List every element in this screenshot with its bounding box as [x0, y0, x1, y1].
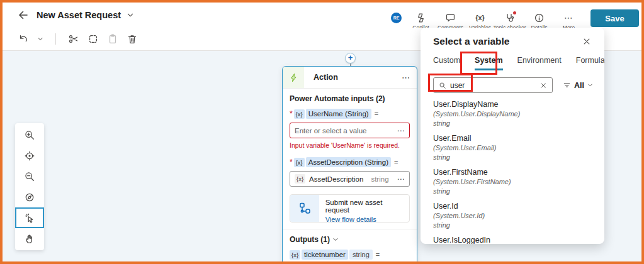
outputs-header-label: Outputs (1)	[290, 235, 330, 244]
variable-token-icon: {x}	[294, 158, 305, 167]
zoom-out-button[interactable]	[15, 166, 44, 187]
app-frame: New Asset Request RE Copilot Comments {x…	[0, 0, 644, 264]
username-placeholder: Enter or select a value	[295, 127, 393, 135]
clear-search-icon[interactable]	[539, 82, 547, 89]
filter-label: All	[574, 81, 584, 90]
username-variable-row: * {x} UserName (String) =	[290, 109, 410, 119]
hand-pan-icon	[24, 233, 35, 245]
tab-custom[interactable]: Custom	[433, 56, 460, 70]
variable-type: string	[433, 221, 593, 229]
topic-title: New Asset Request	[37, 10, 121, 20]
panel-header: Select a variable	[433, 35, 593, 48]
filter-dropdown[interactable]: All	[563, 81, 593, 90]
cut-button[interactable]	[68, 33, 79, 45]
variable-results-list: User.DisplayName (System.User.DisplayNam…	[433, 94, 593, 244]
pan-tool-button[interactable]	[15, 228, 44, 249]
inputs-section-header: Power Automate inputs (2)	[290, 94, 410, 103]
back-button[interactable]	[16, 9, 29, 21]
delete-button[interactable]	[127, 33, 138, 45]
variable-name: User.Id	[433, 202, 593, 211]
username-value-input[interactable]: Enter or select a value ⋯	[290, 123, 410, 138]
username-options-button[interactable]: ⋯	[397, 126, 405, 135]
undo-dropdown[interactable]	[37, 36, 43, 42]
undo-button[interactable]	[18, 33, 29, 45]
variable-name: User.Email	[433, 134, 593, 143]
action-card-header: Action ⋯	[283, 67, 417, 88]
zoom-in-icon	[24, 129, 35, 141]
canvas-tool-rail	[15, 123, 44, 250]
variable-token-icon: {x}	[294, 109, 305, 119]
notification-dot	[513, 11, 516, 14]
target-icon	[24, 150, 35, 162]
assetdesc-variable-label[interactable]: AssetDescription (String)	[306, 157, 391, 167]
assetdesc-options-button[interactable]: ⋯	[397, 175, 405, 184]
copy-button[interactable]	[88, 33, 99, 45]
tab-system[interactable]: System	[475, 56, 502, 70]
cut-scissors-icon	[68, 33, 79, 45]
action-icon-cell	[283, 67, 304, 88]
variable-type: string	[433, 153, 593, 162]
variable-result-item[interactable]: User.IsLoggedIn	[433, 229, 593, 244]
variable-result-item[interactable]: User.FirstName (System.User.FirstName) s…	[433, 162, 593, 195]
flow-icon-cell	[290, 195, 319, 222]
output-variable-row: {x} ticketnumber string =	[290, 250, 410, 260]
compass-icon	[24, 192, 35, 203]
view-flow-details-link[interactable]: View flow details	[325, 216, 403, 223]
variable-type: string	[433, 187, 593, 195]
copilot-icon	[415, 13, 426, 23]
tab-formula[interactable]: Formula	[576, 56, 604, 70]
panel-search-row: user All	[433, 77, 593, 93]
required-marker: *	[290, 109, 293, 118]
title-dropdown[interactable]	[127, 11, 134, 19]
output-variable-label[interactable]: ticketnumber	[302, 250, 348, 260]
fit-view-button[interactable]	[15, 145, 44, 166]
select-tool-button[interactable]	[15, 207, 44, 228]
workflow-icon	[298, 202, 311, 215]
variables-icon: {x}	[475, 12, 485, 23]
undo-icon	[18, 33, 29, 45]
close-icon	[582, 37, 591, 46]
search-value: user	[450, 81, 536, 90]
variable-token-icon: {x}	[290, 250, 300, 260]
variable-path: (System.User.FirstName)	[433, 178, 593, 186]
reset-view-button[interactable]	[15, 187, 44, 207]
equals-sign: =	[375, 110, 378, 118]
panel-title: Select a variable	[433, 36, 510, 47]
action-card-title: Action	[314, 73, 338, 82]
chevron-down-icon	[37, 36, 43, 42]
username-error-text: Input variable 'UserName' is required.	[290, 141, 410, 149]
variable-name: User.FirstName	[433, 168, 593, 177]
save-button[interactable]: Save	[590, 9, 639, 27]
outputs-divider	[283, 229, 417, 229]
assetdesc-value-type: string	[371, 175, 393, 183]
panel-tabs: Custom System Environment Formula	[433, 56, 593, 70]
paste-button[interactable]	[107, 33, 118, 45]
variable-result-item[interactable]: User.DisplayName (System.User.DisplayNam…	[433, 94, 593, 128]
zoom-in-button[interactable]	[15, 124, 44, 145]
outputs-section-header[interactable]: Outputs (1)	[290, 235, 410, 244]
variable-name: User.IsLoggedIn	[433, 236, 593, 244]
variable-path: (System.User.DisplayName)	[433, 110, 593, 118]
assetdesc-value-input[interactable]: {x} AssetDescription string ⋯	[290, 171, 410, 187]
variable-result-item[interactable]: User.Id (System.User.Id) string	[433, 195, 593, 229]
zoom-out-icon	[24, 171, 35, 182]
filter-icon	[563, 81, 571, 89]
chevron-down-icon	[127, 11, 134, 19]
tab-environment[interactable]: Environment	[517, 56, 562, 70]
username-variable-label[interactable]: UserName (String)	[306, 109, 371, 119]
flow-reference-card[interactable]: Submit new asset request View flow detai…	[290, 194, 410, 223]
action-card[interactable]: Action ⋯ Power Automate inputs (2) * {x}…	[282, 66, 417, 261]
variable-path: (System.User.Id)	[433, 212, 593, 220]
variable-result-item[interactable]: User.Email (System.User.Email) string	[433, 128, 593, 162]
add-node-button[interactable]: +	[345, 53, 356, 63]
close-panel-button[interactable]	[580, 35, 593, 48]
assetdesc-value: AssetDescription	[309, 175, 363, 183]
output-type-badge: string	[349, 250, 373, 260]
power-automate-lightning-icon	[289, 73, 298, 82]
equals-sign: =	[394, 158, 398, 166]
avatar[interactable]: RE	[391, 13, 402, 23]
details-info-icon	[534, 13, 545, 23]
variable-search-input[interactable]: user	[433, 77, 553, 93]
action-more-button[interactable]: ⋯	[402, 73, 410, 82]
chevron-down-icon	[332, 236, 339, 243]
